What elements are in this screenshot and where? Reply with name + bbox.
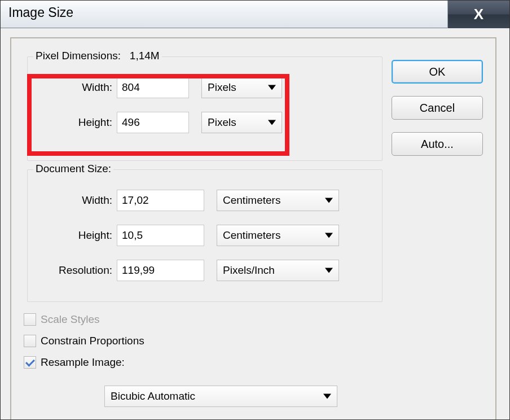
resample-method-row: Bicubic Automatic [104,386,337,408]
doc-width-input[interactable] [117,190,204,211]
doc-height-unit-value: Centimeters [223,229,280,242]
pixel-height-input[interactable] [117,112,189,133]
ok-button[interactable]: OK [392,60,483,84]
doc-height-label: Height: [28,229,117,242]
close-button[interactable]: X [447,1,509,28]
resolution-label: Resolution: [28,264,117,277]
image-size-dialog: Image Size X Pixel Dimensions: 1,14M Wid… [0,0,510,420]
resolution-unit-value: Pixels/Inch [223,264,275,277]
doc-width-unit-value: Centimeters [223,194,280,207]
cancel-button[interactable]: Cancel [392,96,483,120]
constrain-proportions-checkbox[interactable] [24,335,36,347]
doc-width-label: Width: [28,194,117,207]
dialog-title: Image Size [1,1,447,28]
pixel-dimensions-legend: Pixel Dimensions: [36,50,121,62]
resample-method-dropdown[interactable]: Bicubic Automatic [104,386,337,407]
document-size-legend: Document Size: [33,163,113,175]
chevron-down-icon [268,120,276,125]
pixel-width-label: Width: [28,81,117,94]
button-column: OK Cancel Auto... [392,60,483,168]
pixel-width-unit-dropdown[interactable]: Pixels [201,77,282,98]
chevron-down-icon [325,268,333,273]
options-checkboxes: Scale Styles Constrain Proportions Resam… [24,309,144,373]
doc-width-unit-dropdown[interactable]: Centimeters [217,190,339,211]
dialog-body: Pixel Dimensions: 1,14M Width: Pixels He… [10,37,496,419]
resample-method-value: Bicubic Automatic [111,390,195,403]
chevron-down-icon [325,198,333,203]
chevron-down-icon [323,394,331,399]
pixel-width-unit-value: Pixels [208,81,236,94]
resolution-unit-dropdown[interactable]: Pixels/Inch [217,260,339,281]
doc-height-unit-dropdown[interactable]: Centimeters [217,225,339,246]
doc-height-input[interactable] [117,225,204,246]
pixel-height-label: Height: [28,116,117,129]
pixel-height-unit-value: Pixels [208,116,236,129]
close-icon: X [474,6,483,23]
pixel-dimensions-size: 1,14M [130,50,160,62]
titlebar: Image Size X [1,1,509,28]
chevron-down-icon [325,233,333,238]
constrain-proportions-label: Constrain Proportions [41,335,144,347]
chevron-down-icon [268,85,276,90]
pixel-dimensions-group: Pixel Dimensions: 1,14M Width: Pixels He… [27,56,383,161]
resolution-input[interactable] [117,260,204,281]
pixel-width-input[interactable] [117,77,189,98]
resample-image-checkbox[interactable] [24,356,36,369]
scale-styles-checkbox [24,313,36,326]
pixel-height-unit-dropdown[interactable]: Pixels [201,112,282,133]
document-size-group: Document Size: Width: Centimeters Height… [27,169,383,302]
resample-image-label: Resample Image: [41,356,125,369]
scale-styles-label: Scale Styles [41,313,100,326]
auto-button[interactable]: Auto... [392,132,483,156]
